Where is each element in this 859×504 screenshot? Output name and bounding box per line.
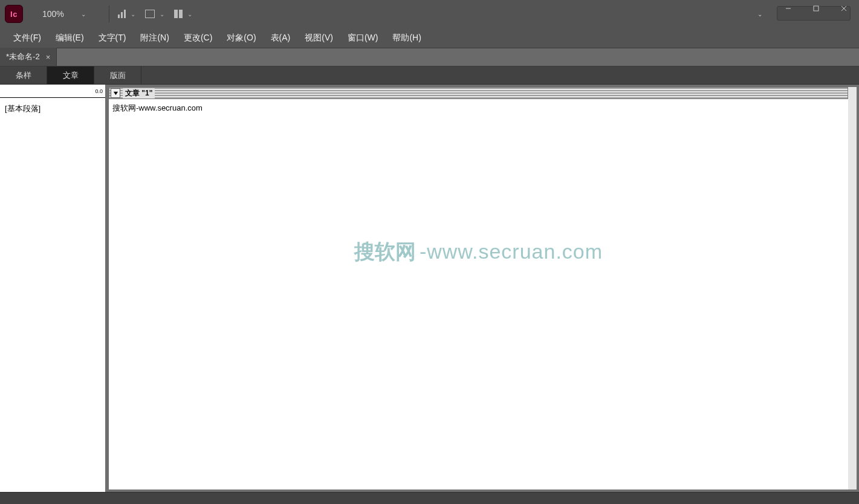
status-bar — [0, 492, 859, 504]
minimize-icon — [785, 5, 791, 11]
vertical-scrollbar[interactable] — [848, 87, 857, 489]
menu-file[interactable]: 文件(F) — [6, 28, 48, 48]
view-tabs: 条样 文章 版面 — [0, 66, 859, 85]
app-toolbar: Ic 100% ⌄ ⌄ ⌄ ⌄ ⌄ — [0, 0, 859, 28]
view-mode-frame-button[interactable]: ⌄ — [141, 5, 168, 22]
content-area: 0.0 [基本段落] 文章 "1" 搜软网-www.secruan.com — [0, 85, 859, 492]
depth-ruler: 0.0 — [0, 85, 105, 98]
triangle-down-icon — [113, 91, 118, 96]
collapse-toggle[interactable] — [111, 88, 120, 98]
menu-view[interactable]: 视图(V) — [297, 28, 340, 48]
story-editor[interactable]: 搜软网-www.secruan.com 搜软网-www.secruan.com — [109, 99, 848, 489]
story-header-label: 文章 "1" — [123, 88, 155, 99]
maximize-icon — [813, 5, 819, 11]
story-text[interactable]: 搜软网-www.secruan.com — [112, 103, 203, 112]
app-logo-text: Ic — [10, 10, 18, 19]
menu-edit[interactable]: 编辑(E) — [48, 28, 91, 48]
chevron-down-icon: ⌄ — [757, 11, 762, 18]
watermark-text-b: -www.secruan.com — [420, 240, 603, 263]
styles-list[interactable]: [基本段落] — [0, 98, 105, 492]
close-button[interactable] — [830, 0, 858, 17]
menu-changes[interactable]: 更改(C) — [177, 28, 219, 48]
svg-rect-1 — [814, 6, 818, 11]
chevron-down-icon: ⌄ — [160, 11, 164, 18]
frame-icon — [145, 10, 155, 18]
view-mode-columns-button[interactable]: ⌄ — [170, 5, 196, 22]
bars-icon — [118, 10, 126, 18]
tab-story[interactable]: 文章 — [47, 66, 94, 84]
story-header-bar[interactable]: 文章 "1" — [109, 87, 848, 99]
story-column: 文章 "1" 搜软网-www.secruan.com 搜软网-www.secru… — [109, 87, 848, 489]
document-tab-bar: *未命名-2 × — [0, 48, 859, 66]
close-icon — [841, 5, 847, 11]
chevron-down-icon: ⌄ — [131, 11, 135, 18]
tab-style[interactable]: 条样 — [0, 66, 47, 84]
menu-notes[interactable]: 附注(N) — [133, 28, 176, 48]
toolbar-separator — [109, 5, 109, 22]
minimize-button[interactable] — [774, 0, 802, 17]
paragraph-style-row[interactable]: [基本段落] — [5, 103, 100, 115]
menu-help[interactable]: 帮助(H) — [385, 28, 428, 48]
story-panel: 文章 "1" 搜软网-www.secruan.com 搜软网-www.secru… — [109, 85, 859, 492]
svg-marker-6 — [113, 91, 117, 94]
chevron-down-icon: ⌄ — [81, 11, 86, 18]
close-tab-icon[interactable]: × — [46, 53, 51, 62]
tab-layout[interactable]: 版面 — [94, 66, 141, 84]
window-controls — [774, 0, 859, 17]
chevron-down-icon: ⌄ — [187, 11, 192, 18]
watermark: 搜软网-www.secruan.com — [354, 238, 603, 266]
app-logo[interactable]: Ic — [5, 5, 23, 23]
styles-panel: 0.0 [基本段落] — [0, 85, 109, 492]
watermark-text-a: 搜软网 — [354, 240, 416, 263]
ruler-value: 0.0 — [95, 88, 103, 94]
zoom-dropdown[interactable]: 100% ⌄ — [42, 9, 86, 19]
document-tab[interactable]: *未命名-2 × — [0, 48, 57, 66]
menu-bar: 文件(F) 编辑(E) 文字(T) 附注(N) 更改(C) 对象(O) 表(A)… — [0, 28, 859, 48]
view-mode-bars-button[interactable]: ⌄ — [114, 5, 139, 22]
paragraph-style-name: [基本段落] — [5, 103, 41, 114]
menu-table[interactable]: 表(A) — [264, 28, 298, 48]
document-tab-title: *未命名-2 — [6, 51, 40, 62]
maximize-button[interactable] — [802, 0, 830, 17]
columns-icon — [174, 10, 183, 18]
menu-object[interactable]: 对象(O) — [219, 28, 263, 48]
workspace-switcher[interactable]: ⌄ — [747, 0, 768, 28]
menu-type[interactable]: 文字(T) — [91, 28, 134, 48]
menu-window[interactable]: 窗口(W) — [340, 28, 386, 48]
zoom-value: 100% — [42, 9, 64, 19]
